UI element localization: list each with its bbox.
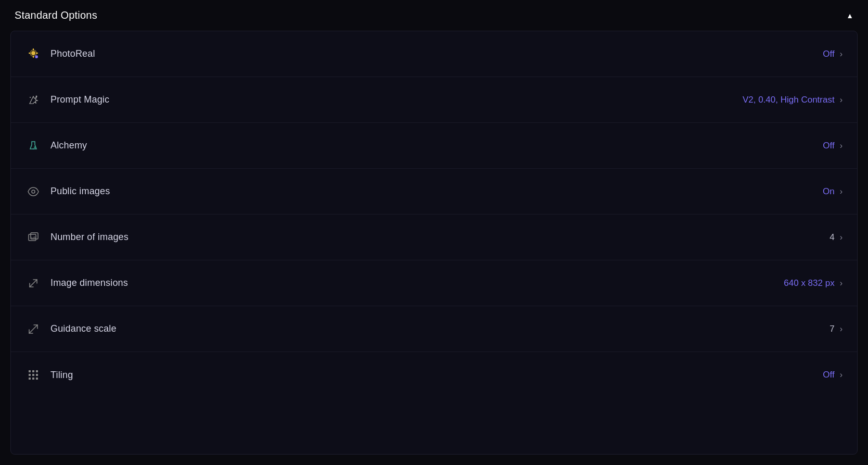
option-right-number-of-images: 4 › [829,232,843,243]
magic-icon [25,92,41,108]
option-right-public-images: On › [823,186,843,197]
svg-point-0 [31,51,35,55]
option-label-image-dimensions: Image dimensions [50,278,128,288]
chevron-right-icon: › [840,370,843,380]
svg-point-10 [34,146,36,148]
option-row-photoreal[interactable]: ✦ PhotoReal Off › [11,31,857,77]
svg-rect-17 [36,370,38,372]
collapse-icon[interactable]: ▲ [846,11,853,20]
svg-rect-16 [32,370,34,372]
option-left-public-images: Public images [25,184,110,199]
chevron-right-icon: › [840,141,843,150]
option-right-photoreal: Off › [823,49,843,59]
photoreal-icon: ✦ [25,46,41,62]
option-label-guidance-scale: Guidance scale [50,323,117,334]
chevron-right-icon: › [840,324,843,334]
option-value-guidance-scale: 7 [829,324,834,334]
page-title: Standard Options [15,9,97,21]
alchemy-icon [25,138,41,154]
svg-point-9 [30,97,31,98]
options-panel: ✦ PhotoReal Off › Prompt Magic V2, 0.40,… [10,31,858,455]
option-right-prompt-magic: V2, 0.40, High Contrast › [743,95,843,105]
option-left-prompt-magic: Prompt Magic [25,92,109,108]
option-value-image-dimensions: 640 x 832 px [784,278,834,288]
option-row-tiling[interactable]: Tiling Off › [11,352,857,398]
chevron-right-icon: › [840,187,843,196]
option-right-image-dimensions: 640 x 832 px › [784,278,843,288]
tiling-icon [25,367,41,383]
scale-icon [25,321,41,337]
option-row-guidance-scale[interactable]: Guidance scale 7 › [11,306,857,352]
images-icon [25,230,41,245]
chevron-right-icon: › [840,279,843,288]
svg-rect-22 [32,378,34,380]
chevron-right-icon: › [840,233,843,242]
option-right-alchemy: Off › [823,141,843,151]
option-row-alchemy[interactable]: Alchemy Off › [11,123,857,169]
option-row-number-of-images[interactable]: Number of images 4 › [11,215,857,260]
option-left-image-dimensions: Image dimensions [25,275,128,291]
option-label-alchemy: Alchemy [50,140,87,151]
chevron-right-icon: › [840,95,843,105]
option-label-public-images: Public images [50,186,110,197]
option-label-tiling: Tiling [50,370,73,381]
option-left-guidance-scale: Guidance scale [25,321,117,337]
eye-icon [25,184,41,199]
header: Standard Options ▲ [0,0,868,31]
dimensions-icon [25,275,41,291]
option-value-prompt-magic: V2, 0.40, High Contrast [743,95,835,105]
svg-rect-20 [36,374,38,376]
option-right-tiling: Off › [823,370,843,380]
option-value-public-images: On [823,186,835,197]
option-value-number-of-images: 4 [829,232,834,243]
chevron-right-icon: › [840,49,843,59]
option-label-number-of-images: Number of images [50,232,129,243]
option-row-public-images[interactable]: Public images On › [11,169,857,215]
option-left-photoreal: ✦ PhotoReal [25,46,95,62]
svg-rect-18 [29,374,31,376]
option-label-prompt-magic: Prompt Magic [50,94,109,105]
option-row-image-dimensions[interactable]: Image dimensions 640 x 832 px › [11,260,857,306]
option-left-number-of-images: Number of images [25,230,129,245]
option-left-tiling: Tiling [25,367,73,383]
svg-point-12 [32,190,35,193]
svg-rect-23 [36,378,38,380]
svg-point-11 [33,148,34,149]
option-value-photoreal: Off [823,49,834,59]
option-row-prompt-magic[interactable]: Prompt Magic V2, 0.40, High Contrast › [11,77,857,123]
option-right-guidance-scale: 7 › [829,324,843,334]
option-left-alchemy: Alchemy [25,138,87,154]
option-value-alchemy: Off [823,141,834,151]
option-value-tiling: Off [823,370,834,380]
svg-rect-21 [29,378,31,380]
svg-rect-15 [29,370,31,372]
svg-point-8 [36,95,37,97]
option-label-photoreal: PhotoReal [50,48,95,59]
svg-rect-19 [32,374,34,376]
